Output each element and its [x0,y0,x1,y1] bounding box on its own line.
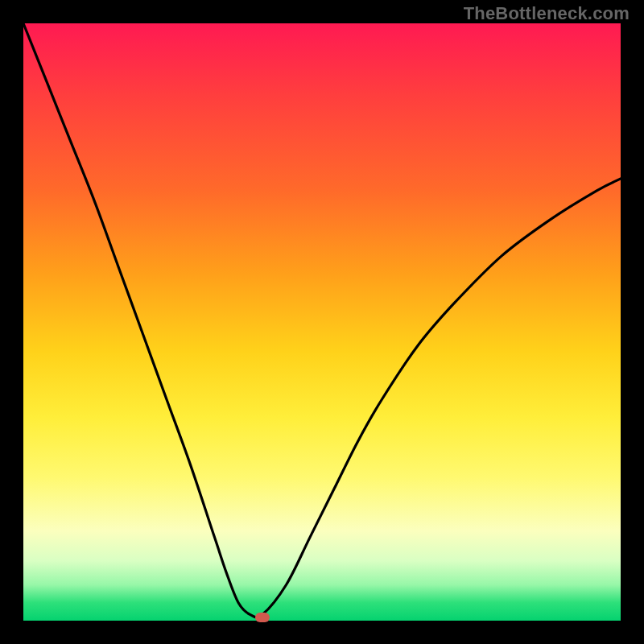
bottleneck-curve [23,23,621,617]
plot-area [23,23,621,621]
curve-svg [23,23,621,621]
chart-frame: TheBottleneck.com [0,0,644,644]
minimum-marker [255,613,270,622]
watermark-text: TheBottleneck.com [464,3,630,24]
